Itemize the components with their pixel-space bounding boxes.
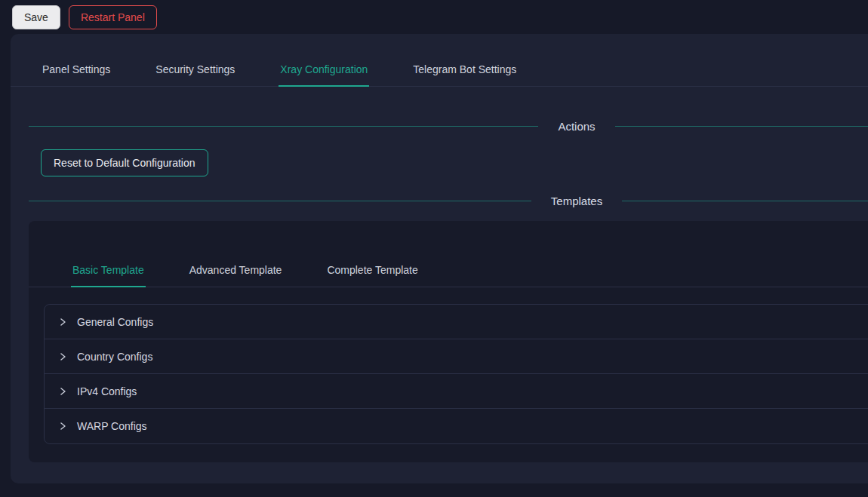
tab-basic-template[interactable]: Basic Template bbox=[71, 254, 146, 287]
chevron-right-icon bbox=[58, 352, 67, 361]
settings-card: Panel Settings Security Settings Xray Co… bbox=[11, 34, 868, 483]
restart-panel-button[interactable]: Restart Panel bbox=[69, 5, 157, 29]
tab-security-settings[interactable]: Security Settings bbox=[154, 54, 236, 87]
config-collapse-list: General Configs Country Configs IPv4 Con… bbox=[44, 304, 868, 444]
tab-advanced-template[interactable]: Advanced Template bbox=[188, 254, 284, 287]
collapse-item-general-configs[interactable]: General Configs bbox=[45, 305, 868, 339]
chevron-right-icon bbox=[58, 422, 67, 431]
tab-complete-template[interactable]: Complete Template bbox=[325, 254, 419, 287]
tab-telegram-bot-settings[interactable]: Telegram Bot Settings bbox=[411, 54, 518, 87]
collapse-item-label: General Configs bbox=[77, 316, 153, 328]
tab-xray-configuration[interactable]: Xray Configuration bbox=[279, 54, 369, 87]
settings-tabs: Panel Settings Security Settings Xray Co… bbox=[11, 54, 868, 87]
chevron-right-icon bbox=[58, 318, 67, 327]
collapse-item-label: IPv4 Configs bbox=[77, 385, 137, 397]
templates-divider: Templates bbox=[29, 195, 868, 207]
collapse-item-label: Country Configs bbox=[77, 351, 152, 363]
toolbar: Save Restart Panel bbox=[0, 0, 868, 34]
tab-panel-settings[interactable]: Panel Settings bbox=[41, 54, 112, 87]
collapse-item-warp-configs[interactable]: WARP Configs bbox=[45, 409, 868, 443]
templates-divider-title: Templates bbox=[531, 195, 622, 207]
actions-divider: Actions bbox=[29, 120, 868, 133]
templates-card: Basic Template Advanced Template Complet… bbox=[29, 221, 868, 462]
reset-default-configuration-button[interactable]: Reset to Default Configuration bbox=[41, 149, 208, 176]
collapse-item-country-configs[interactable]: Country Configs bbox=[45, 339, 868, 374]
actions-divider-title: Actions bbox=[538, 120, 614, 133]
collapse-item-label: WARP Configs bbox=[77, 420, 147, 432]
collapse-item-ipv4-configs[interactable]: IPv4 Configs bbox=[45, 374, 868, 409]
chevron-right-icon bbox=[58, 387, 67, 396]
template-tabs: Basic Template Advanced Template Complet… bbox=[29, 221, 868, 287]
save-button[interactable]: Save bbox=[12, 5, 60, 29]
